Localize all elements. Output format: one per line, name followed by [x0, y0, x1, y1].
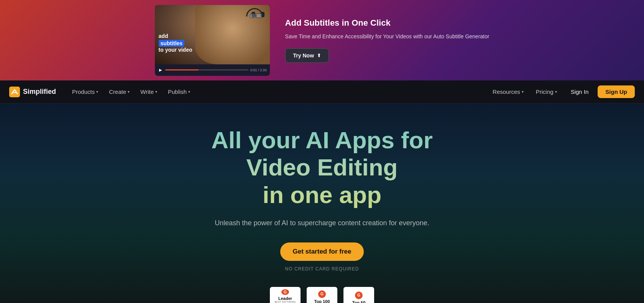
- resources-label: Resources: [493, 88, 520, 95]
- svg-rect-0: [9, 87, 20, 97]
- pricing-label: Pricing: [536, 88, 554, 95]
- badge-top100: G Top 100 Fastest Growing Products 2023: [307, 287, 337, 303]
- banner-video-card: add subtitles to your video ▶ 0:01 / 2:3…: [155, 5, 270, 76]
- video-line1: add: [159, 33, 192, 39]
- badge-leader-sub: BEST SOFTWARE AWARDS: [272, 301, 298, 303]
- logo-text: Simplified: [23, 88, 56, 96]
- write-chevron-icon: ▾: [155, 90, 157, 94]
- logo-icon: [9, 87, 20, 97]
- glasses: [250, 13, 262, 17]
- badge-leader: G Leader BEST SOFTWARE AWARDS WINTER 202…: [270, 287, 301, 303]
- create-label: Create: [109, 88, 126, 95]
- sign-in-button[interactable]: Sign In: [565, 86, 595, 97]
- progress-bar: [165, 69, 248, 70]
- navbar: Simplified Products ▾ Create ▾ Write ▾ P…: [0, 80, 644, 103]
- cta-button[interactable]: Get started for free: [280, 242, 363, 261]
- banner-inner: add subtitles to your video ▶ 0:01 / 2:3…: [155, 5, 490, 76]
- logo[interactable]: Simplified: [9, 87, 56, 97]
- badge-top50: G Top 50 Design Products 2023: [343, 287, 374, 303]
- banner-subtitle: Save Time and Enhance Accessibility for …: [285, 33, 490, 41]
- try-now-button[interactable]: Try Now ⬆: [285, 48, 329, 63]
- sign-up-button[interactable]: Sign Up: [598, 85, 635, 98]
- video-line-highlight: subtitles: [159, 40, 185, 47]
- hero-title-line3: in one app: [263, 182, 381, 208]
- nav-resources[interactable]: Resources ▾: [488, 86, 528, 97]
- resources-chevron-icon: ▾: [522, 90, 524, 94]
- badges-container: G Leader BEST SOFTWARE AWARDS WINTER 202…: [270, 287, 374, 303]
- arrow-icon: ⬆: [317, 53, 321, 58]
- badge-top100-main: Top 100: [314, 299, 330, 303]
- video-line3: to your video: [159, 47, 192, 53]
- try-now-label: Try Now: [293, 52, 314, 59]
- badge-leader-main: Leader: [278, 296, 292, 301]
- hero-title: All your AI Apps for Video Editing in on…: [211, 126, 433, 208]
- banner: add subtitles to your video ▶ 0:01 / 2:3…: [0, 0, 644, 80]
- nav-write[interactable]: Write ▾: [136, 86, 162, 97]
- write-label: Write: [140, 88, 154, 95]
- nav-pricing[interactable]: Pricing ▾: [531, 86, 562, 97]
- nav-create[interactable]: Create ▾: [104, 86, 134, 97]
- create-chevron-icon: ▾: [128, 90, 130, 94]
- video-controls: ▶ 0:01 / 2:33: [155, 64, 270, 76]
- hero-subtitle: Unleash the power of AI to supercharge c…: [215, 218, 429, 229]
- publish-chevron-icon: ▾: [188, 90, 190, 94]
- nav-links: Products ▾ Create ▾ Write ▾ Publish ▾: [67, 86, 488, 97]
- g2-logo-top50: G: [355, 292, 363, 299]
- products-label: Products: [72, 88, 95, 95]
- progress-fill: [165, 69, 199, 70]
- badge-top50-main: Top 50: [352, 300, 366, 303]
- hero-section: All your AI Apps for Video Editing in on…: [0, 103, 644, 303]
- banner-title: Add Subtitles in One Click: [285, 18, 490, 29]
- banner-text-block: Add Subtitles in One Click Save Time and…: [285, 18, 490, 63]
- nav-products[interactable]: Products ▾: [67, 86, 103, 97]
- video-bg: add subtitles to your video: [155, 5, 270, 64]
- publish-label: Publish: [168, 88, 187, 95]
- products-chevron-icon: ▾: [96, 90, 98, 94]
- g2-logo-leader: G: [281, 289, 289, 295]
- g2-logo-top100: G: [318, 290, 326, 298]
- hero-title-line2: Video Editing: [246, 154, 398, 180]
- video-text-overlay: add subtitles to your video: [159, 33, 192, 52]
- time-label: 0:01 / 2:33: [250, 68, 267, 72]
- hero-title-line1: All your AI Apps for: [211, 127, 433, 153]
- pricing-chevron-icon: ▾: [555, 90, 557, 94]
- glass-left: [250, 13, 256, 18]
- play-button[interactable]: ▶: [158, 67, 163, 73]
- nav-publish[interactable]: Publish ▾: [163, 86, 195, 97]
- nav-right: Resources ▾ Pricing ▾ Sign In Sign Up: [488, 85, 635, 98]
- glass-right: [256, 13, 262, 18]
- no-credit-text: NO CREDIT CARD REQUIRED: [285, 266, 359, 272]
- video-thumbnail: add subtitles to your video: [155, 5, 270, 64]
